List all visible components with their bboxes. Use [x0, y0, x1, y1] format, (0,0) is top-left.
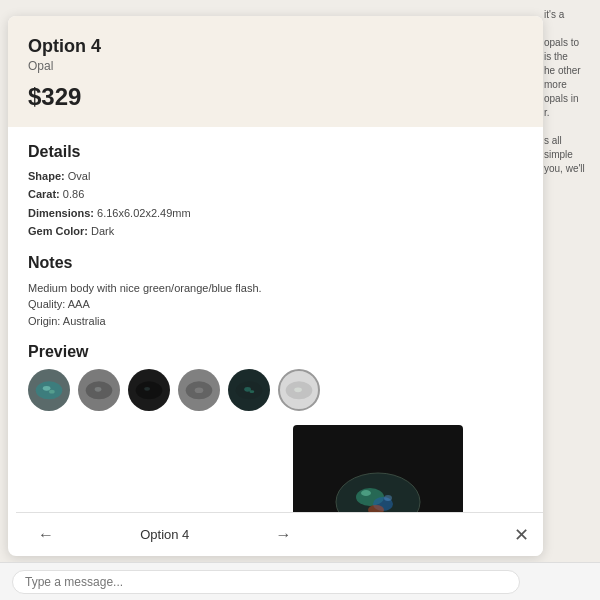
thumb-gem-2 — [80, 369, 118, 411]
dimensions-value: 6.16x6.02x2.49mm — [97, 207, 191, 219]
svg-point-1 — [43, 386, 51, 391]
thumb-1[interactable] — [28, 369, 70, 411]
svg-point-18 — [361, 490, 371, 496]
carat-label: Carat: — [28, 188, 60, 200]
option-title: Option 4 — [28, 36, 523, 57]
thumb-6[interactable] — [278, 369, 320, 411]
bottom-nav: ← Option 4 → ✕ — [16, 512, 543, 556]
prev-button[interactable]: ← — [32, 521, 60, 549]
svg-point-8 — [195, 387, 204, 393]
svg-point-2 — [49, 389, 55, 393]
carat-value: 0.86 — [63, 188, 84, 200]
dimensions-label: Dimensions: — [28, 207, 94, 219]
gem-color-row: Gem Color: Dark — [28, 224, 523, 239]
thumbnail-row — [28, 369, 523, 411]
right-panel-text: it's a opals to is the he other more opa… — [540, 0, 600, 184]
svg-point-5 — [136, 381, 163, 399]
close-button[interactable]: ✕ — [507, 521, 535, 549]
shape-label: Shape: — [28, 170, 65, 182]
svg-point-19 — [384, 495, 392, 501]
details-section: Details Shape: Oval Carat: 0.86 Dimensio… — [28, 143, 523, 240]
shape-value: Oval — [68, 170, 91, 182]
nav-label: Option 4 — [60, 527, 270, 542]
shape-row: Shape: Oval — [28, 169, 523, 184]
thumb-gem-5 — [230, 369, 268, 411]
option-price: $329 — [28, 83, 523, 111]
notes-line3: Origin: Australia — [28, 313, 523, 330]
svg-point-13 — [294, 387, 302, 392]
preview-title: Preview — [28, 343, 523, 361]
gem-color-value: Dark — [91, 225, 114, 237]
notes-section: Notes Medium body with nice green/orange… — [28, 254, 523, 330]
modal-card: Option 4 Opal $329 Details Shape: Oval C… — [8, 16, 543, 556]
thumb-gem-4 — [180, 369, 218, 411]
card-body: Details Shape: Oval Carat: 0.86 Dimensio… — [8, 127, 543, 556]
right-chat-panel: it's a opals to is the he other more opa… — [540, 0, 600, 600]
svg-point-4 — [95, 387, 102, 392]
card-header: Option 4 Opal $329 — [8, 16, 543, 127]
thumb-5[interactable] — [228, 369, 270, 411]
thumb-gem-3 — [130, 369, 168, 411]
carat-row: Carat: 0.86 — [28, 187, 523, 202]
message-input[interactable] — [12, 570, 520, 594]
thumb-gem-1 — [30, 369, 68, 411]
notes-text: Medium body with nice green/orange/blue … — [28, 280, 523, 330]
dimensions-row: Dimensions: 6.16x6.02x2.49mm — [28, 206, 523, 221]
thumb-gem-6 — [280, 369, 318, 411]
thumb-3[interactable] — [128, 369, 170, 411]
svg-point-11 — [249, 390, 254, 393]
option-subtitle: Opal — [28, 59, 523, 73]
svg-point-0 — [36, 381, 63, 399]
notes-title: Notes — [28, 254, 523, 272]
thumb-2[interactable] — [78, 369, 120, 411]
details-title: Details — [28, 143, 523, 161]
gem-color-label: Gem Color: — [28, 225, 88, 237]
thumb-4[interactable] — [178, 369, 220, 411]
svg-point-6 — [144, 387, 150, 391]
input-area — [0, 562, 600, 600]
notes-line1: Medium body with nice green/orange/blue … — [28, 280, 523, 297]
next-button[interactable]: → — [270, 521, 298, 549]
notes-line2: Quality: AAA — [28, 296, 523, 313]
